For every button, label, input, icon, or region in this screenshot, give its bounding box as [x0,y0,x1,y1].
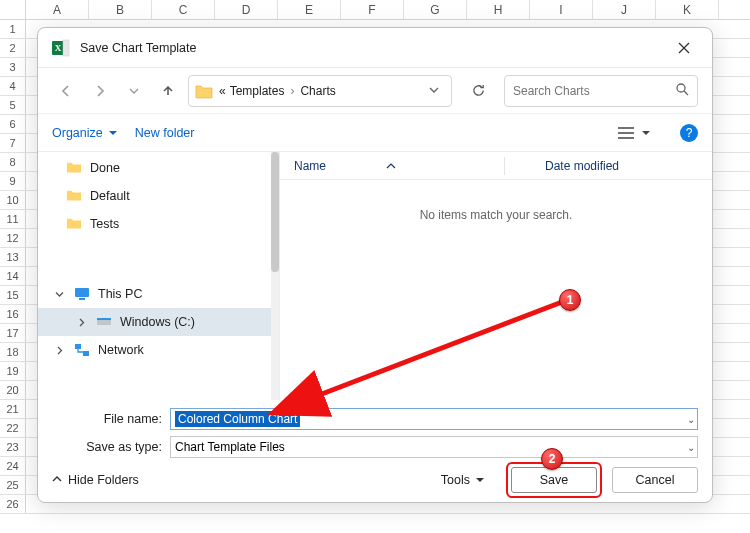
row-9[interactable]: 9 [0,172,26,190]
svg-text:X: X [55,43,62,53]
nav-tree: Done Default Tests This PC Windows (C:) [38,152,280,400]
tree-label: Done [90,161,120,175]
save-button[interactable]: Save [511,467,597,493]
row-16[interactable]: 16 [0,305,26,323]
hide-folders-button[interactable]: Hide Folders [52,473,139,487]
tree-folder-done[interactable]: Done [38,154,279,182]
close-button[interactable] [664,33,704,63]
chevron-right-icon[interactable] [76,318,86,327]
row-6[interactable]: 6 [0,115,26,133]
svg-rect-4 [75,288,89,297]
chevron-down-icon[interactable] [54,290,64,299]
col-name[interactable]: Name [294,159,326,173]
dialog-title: Save Chart Template [80,41,197,55]
tree-network[interactable]: Network [38,336,279,364]
tree-this-pc[interactable]: This PC [38,280,279,308]
excel-icon: X [52,39,70,57]
tree-label: Tests [90,217,119,231]
col-e[interactable]: E [278,0,341,19]
refresh-button[interactable] [464,77,492,105]
row-26[interactable]: 26 [0,495,26,513]
col-date[interactable]: Date modified [545,159,619,173]
tree-folder-tests[interactable]: Tests [38,210,279,238]
folder-icon [66,189,82,203]
row-13[interactable]: 13 [0,248,26,266]
row-11[interactable]: 11 [0,210,26,228]
view-button[interactable] [618,127,650,139]
file-pane: Name Date modified No items match your s… [280,152,712,400]
chevron-down-icon[interactable]: ⌄ [687,442,695,453]
tree-drive-c[interactable]: Windows (C:) [38,308,279,336]
row-22[interactable]: 22 [0,419,26,437]
col-f[interactable]: F [341,0,404,19]
file-name-label: File name: [52,412,170,426]
col-g[interactable]: G [404,0,467,19]
row-8[interactable]: 8 [0,153,26,171]
tree-scrollbar[interactable] [271,152,279,400]
row-7[interactable]: 7 [0,134,26,152]
search-icon[interactable] [675,82,689,99]
row-20[interactable]: 20 [0,381,26,399]
col-j[interactable]: J [593,0,656,19]
help-button[interactable]: ? [680,124,698,142]
row-2[interactable]: 2 [0,39,26,57]
col-h[interactable]: H [467,0,530,19]
row-15[interactable]: 15 [0,286,26,304]
folder-icon [66,161,82,175]
row-3[interactable]: 3 [0,58,26,76]
col-k[interactable]: K [656,0,719,19]
forward-button[interactable] [86,77,114,105]
row-23[interactable]: 23 [0,438,26,456]
row-1[interactable]: 1 [0,20,26,38]
col-i[interactable]: I [530,0,593,19]
row-4[interactable]: 4 [0,77,26,95]
folder-icon [66,217,82,231]
recent-dropdown[interactable] [120,77,148,105]
tree-folder-default[interactable]: Default [38,182,279,210]
chevron-down-icon[interactable]: ⌄ [687,414,695,425]
tree-label: Network [98,343,144,357]
breadcrumb-seg1[interactable]: Templates [230,84,285,98]
row-21[interactable]: 21 [0,400,26,418]
drive-icon [96,315,112,329]
svg-rect-2 [63,40,69,56]
svg-rect-8 [75,344,81,349]
sort-chevron-icon[interactable] [386,159,396,173]
col-c[interactable]: C [152,0,215,19]
row-19[interactable]: 19 [0,362,26,380]
chevron-right-icon[interactable] [54,346,64,355]
network-icon [74,343,90,357]
row-5[interactable]: 5 [0,96,26,114]
titlebar: X Save Chart Template [38,28,712,68]
svg-rect-9 [83,351,89,356]
back-button[interactable] [52,77,80,105]
row-24[interactable]: 24 [0,457,26,475]
tree-label: This PC [98,287,142,301]
row-18[interactable]: 18 [0,343,26,361]
col-d[interactable]: D [215,0,278,19]
toolbar: Organize New folder ? [38,114,712,152]
search-box[interactable] [504,75,698,107]
row-12[interactable]: 12 [0,229,26,247]
empty-text: No items match your search. [280,180,712,400]
nav-row: « Templates › Charts [38,68,712,114]
pc-icon [74,287,90,301]
file-name-input[interactable]: Colored Column Chart ⌄ [170,408,698,430]
new-folder-button[interactable]: New folder [135,126,195,140]
tree-label: Windows (C:) [120,315,195,329]
row-10[interactable]: 10 [0,191,26,209]
cancel-button[interactable]: Cancel [612,467,698,493]
row-17[interactable]: 17 [0,324,26,342]
breadcrumb-box[interactable]: « Templates › Charts [188,75,452,107]
col-b[interactable]: B [89,0,152,19]
chevron-down-icon[interactable] [423,84,445,98]
row-14[interactable]: 14 [0,267,26,285]
breadcrumb-seg2[interactable]: Charts [300,84,335,98]
save-type-select[interactable]: Chart Template Files ⌄ [170,436,698,458]
search-input[interactable] [513,84,675,98]
row-25[interactable]: 25 [0,476,26,494]
organize-button[interactable]: Organize [52,126,117,140]
up-button[interactable] [154,77,182,105]
tools-button[interactable]: Tools [441,473,484,487]
col-a[interactable]: A [26,0,89,19]
